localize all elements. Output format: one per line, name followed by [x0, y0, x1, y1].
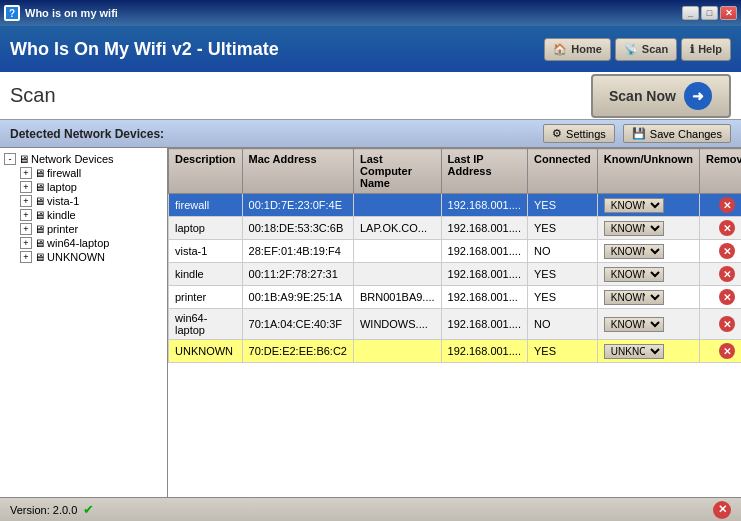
settings-label: Settings — [566, 128, 606, 140]
sidebar-item-vista1[interactable]: + 🖥 vista-1 — [18, 194, 165, 208]
table-row[interactable]: firewall 00:1D:7E:23:0F:4E 192.168.001..… — [169, 194, 742, 217]
remove-button[interactable]: ✕ — [719, 220, 735, 236]
scan-icon: 📡 — [624, 43, 638, 56]
remove-btn-container: ✕ — [706, 289, 741, 305]
scan-now-button[interactable]: Scan Now ➜ — [591, 74, 731, 118]
known-select[interactable]: KNOWNUNKNOWN — [604, 198, 664, 213]
known-select[interactable]: KNOWNUNKNOWN — [604, 344, 664, 359]
cell-description: firewall — [169, 194, 243, 217]
app-title: Who Is On My Wifi v2 - Ultimate — [10, 39, 279, 60]
vista1-expand[interactable]: + — [20, 195, 32, 207]
cell-known[interactable]: KNOWNUNKNOWN — [597, 286, 699, 309]
cell-remove: ✕ — [700, 240, 741, 263]
win64laptop-expand[interactable]: + — [20, 237, 32, 249]
save-icon: 💾 — [632, 127, 646, 140]
remove-button[interactable]: ✕ — [719, 343, 735, 359]
help-icon: ℹ — [690, 43, 694, 56]
cell-known[interactable]: KNOWNUNKNOWN — [597, 309, 699, 340]
col-known: Known/Unknown — [597, 149, 699, 194]
cell-mac: 00:1B:A9:9E:25:1A — [242, 286, 353, 309]
cell-known[interactable]: KNOWNUNKNOWN — [597, 263, 699, 286]
table-row[interactable]: laptop 00:18:DE:53:3C:6B LAP.OK.CO... 19… — [169, 217, 742, 240]
scan-button[interactable]: 📡 Scan — [615, 38, 677, 61]
sidebar-item-laptop[interactable]: + 🖥 laptop — [18, 180, 165, 194]
col-computer-name: Last Computer Name — [353, 149, 441, 194]
cell-mac: 00:18:DE:53:3C:6B — [242, 217, 353, 240]
kindle-expand[interactable]: + — [20, 209, 32, 221]
scan-title: Scan — [10, 84, 56, 107]
table-row[interactable]: printer 00:1B:A9:9E:25:1A BRN001BA9.... … — [169, 286, 742, 309]
cell-known[interactable]: KNOWNUNKNOWN — [597, 217, 699, 240]
unknown-icon: 🖥 — [34, 251, 45, 263]
cell-remove: ✕ — [700, 194, 741, 217]
maximize-button[interactable]: □ — [701, 6, 718, 20]
home-label: Home — [571, 43, 602, 55]
cell-computer-name: BRN001BA9.... — [353, 286, 441, 309]
help-label: Help — [698, 43, 722, 55]
remove-btn-container: ✕ — [706, 197, 741, 213]
printer-expand[interactable]: + — [20, 223, 32, 235]
cell-mac: 00:11:2F:78:27:31 — [242, 263, 353, 286]
content-area: - 🖥 Network Devices + 🖥 firewall + 🖥 lap… — [0, 148, 741, 497]
table-row[interactable]: UNKNOWN 70:DE:E2:EE:B6:C2 192.168.001...… — [169, 340, 742, 363]
sidebar-item-win64laptop[interactable]: + 🖥 win64-laptop — [18, 236, 165, 250]
status-close-button[interactable]: ✕ — [713, 501, 731, 519]
table-row[interactable]: vista-1 28:EF:01:4B:19:F4 192.168.001...… — [169, 240, 742, 263]
win64laptop-label: win64-laptop — [47, 237, 109, 249]
remove-button[interactable]: ✕ — [719, 197, 735, 213]
cell-ip: 192.168.001.... — [441, 240, 527, 263]
firewall-expand[interactable]: + — [20, 167, 32, 179]
cell-mac: 00:1D:7E:23:0F:4E — [242, 194, 353, 217]
cell-ip: 192.168.001.... — [441, 340, 527, 363]
known-select[interactable]: KNOWNUNKNOWN — [604, 317, 664, 332]
col-ip: Last IP Address — [441, 149, 527, 194]
remove-button[interactable]: ✕ — [719, 289, 735, 305]
tree-root-expand[interactable]: - — [4, 153, 16, 165]
known-select[interactable]: KNOWNUNKNOWN — [604, 244, 664, 259]
tree-root-label: Network Devices — [31, 153, 114, 165]
table-row[interactable]: win64-laptop 70:1A:04:CE:40:3F WINDOWS..… — [169, 309, 742, 340]
cell-connected: YES — [527, 217, 597, 240]
table-row[interactable]: kindle 00:11:2F:78:27:31 192.168.001....… — [169, 263, 742, 286]
known-select[interactable]: KNOWNUNKNOWN — [604, 221, 664, 236]
col-description: Description — [169, 149, 243, 194]
remove-button[interactable]: ✕ — [719, 243, 735, 259]
sidebar-item-kindle[interactable]: + 🖥 kindle — [18, 208, 165, 222]
cell-ip: 192.168.001.... — [441, 263, 527, 286]
cell-description: win64-laptop — [169, 309, 243, 340]
toolbar-buttons: 🏠 Home 📡 Scan ℹ Help — [544, 38, 731, 61]
cell-remove: ✕ — [700, 309, 741, 340]
close-button[interactable]: ✕ — [720, 6, 737, 20]
home-button[interactable]: 🏠 Home — [544, 38, 611, 61]
firewall-label: firewall — [47, 167, 81, 179]
known-select[interactable]: KNOWNUNKNOWN — [604, 290, 664, 305]
scan-label: Scan — [642, 43, 668, 55]
unknown-label: UNKNOWN — [47, 251, 105, 263]
col-mac: Mac Address — [242, 149, 353, 194]
cell-known[interactable]: KNOWNUNKNOWN — [597, 240, 699, 263]
unknown-expand[interactable]: + — [20, 251, 32, 263]
cell-connected: YES — [527, 286, 597, 309]
title-bar-left: ? Who is on my wifi — [4, 5, 118, 21]
detected-actions: ⚙ Settings 💾 Save Changes — [543, 124, 731, 143]
scan-now-label: Scan Now — [609, 88, 676, 104]
remove-button[interactable]: ✕ — [719, 316, 735, 332]
scan-area: Scan Scan Now ➜ — [0, 72, 741, 120]
sidebar-item-firewall[interactable]: + 🖥 firewall — [18, 166, 165, 180]
kindle-icon: 🖥 — [34, 209, 45, 221]
help-button[interactable]: ℹ Help — [681, 38, 731, 61]
known-select[interactable]: KNOWNUNKNOWN — [604, 267, 664, 282]
remove-button[interactable]: ✕ — [719, 266, 735, 282]
save-changes-button[interactable]: 💾 Save Changes — [623, 124, 731, 143]
laptop-expand[interactable]: + — [20, 181, 32, 193]
minimize-button[interactable]: _ — [682, 6, 699, 20]
cell-known[interactable]: KNOWNUNKNOWN — [597, 194, 699, 217]
settings-button[interactable]: ⚙ Settings — [543, 124, 615, 143]
sidebar-item-printer[interactable]: + 🖥 printer — [18, 222, 165, 236]
cell-remove: ✕ — [700, 217, 741, 240]
check-icon: ✔ — [83, 502, 94, 517]
sidebar-item-unknown[interactable]: + 🖥 UNKNOWN — [18, 250, 165, 264]
cell-remove: ✕ — [700, 286, 741, 309]
cell-known[interactable]: KNOWNUNKNOWN — [597, 340, 699, 363]
tree-root-item[interactable]: - 🖥 Network Devices — [2, 152, 165, 166]
